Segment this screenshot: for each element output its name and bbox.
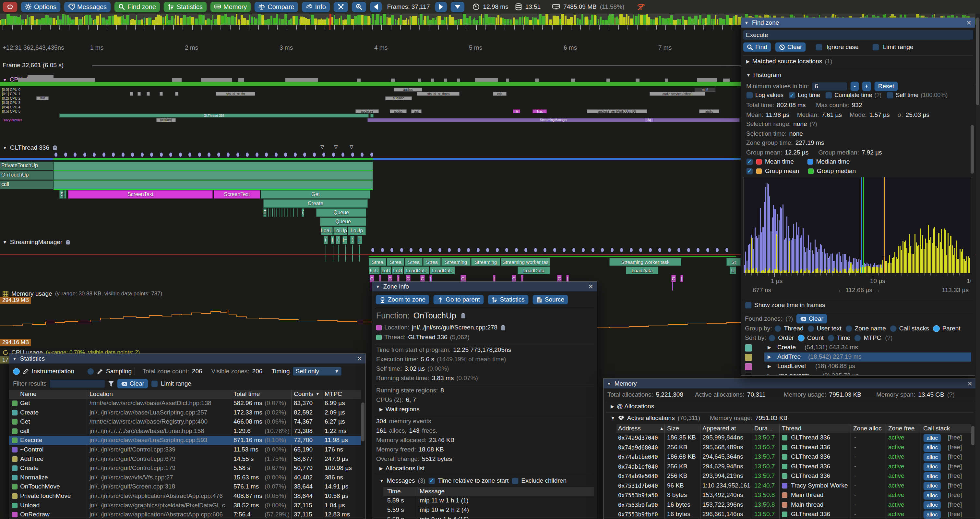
statistics-scrollbar[interactable] (361, 402, 364, 441)
table-row[interactable]: 0x74a9d37040186.35 KB295,999,844ns13:50.… (616, 433, 971, 443)
find-button[interactable]: Find (743, 42, 771, 52)
zone-bar[interactable] (297, 208, 298, 217)
expand-icon[interactable]: ▶ (379, 407, 383, 412)
zone-bar[interactable]: E (263, 208, 267, 217)
expand-icon[interactable]: ▶ (768, 373, 771, 375)
help-hint[interactable]: (?) (810, 120, 817, 128)
zone-bar[interactable]: LoUp (348, 227, 366, 235)
cpu-zone[interactable]: Ti (513, 109, 520, 113)
zone-bar[interactable] (293, 208, 294, 217)
self-time-checkbox[interactable] (887, 92, 893, 99)
main-scrollbar[interactable] (975, 14, 980, 519)
memory-plot-header[interactable]: Memory usage(y-range: 30.88 KB, visible … (3, 290, 162, 297)
zone-bar[interactable]: LoiUp (333, 227, 347, 235)
mean-time-checkbox[interactable]: ✓ (746, 158, 753, 165)
zone-info-titlebar[interactable]: ▼ Zone info ✕ (372, 282, 597, 292)
zone-bar[interactable] (279, 208, 280, 217)
increment-button[interactable]: + (862, 81, 871, 91)
cpu-zone[interactable]: audio.service (effect) (649, 92, 705, 96)
cpu-zone[interactable]: cds_ol_rx_thr (216, 92, 255, 96)
alloc-callstack-button[interactable]: alloc (923, 510, 941, 519)
collapse-icon[interactable]: ▼ (611, 415, 615, 421)
min-bin-input[interactable]: 6 (812, 82, 847, 91)
zone-bar[interactable]: | (521, 275, 523, 282)
zone-bar[interactable]: Streaming (441, 258, 471, 266)
message-row[interactable]: 5.59 smip 11 w 1 h 1 (1) (383, 496, 594, 505)
messages-label[interactable]: Messages (387, 477, 415, 484)
cpu-zone[interactable]: audio (699, 109, 719, 113)
memory-titlebar[interactable]: ▼ Memory ✕ (603, 379, 976, 389)
cpu-zone[interactable]: aut (36, 96, 49, 100)
frame-dropdown-button[interactable] (450, 2, 465, 12)
zone-bar[interactable]: C (406, 275, 410, 282)
message-row[interactable]: 5.59 smip 10 w 2 h 2 (4) (383, 506, 594, 515)
log-values-checkbox[interactable] (746, 92, 753, 99)
zone-bar[interactable]: ScreenText (214, 190, 260, 199)
clear-button[interactable]: Clear (775, 42, 806, 52)
cpu-zone[interactable]: audiose (385, 96, 412, 100)
instrumentation-radio[interactable] (13, 368, 20, 375)
expand-icon[interactable]: ▶ (611, 404, 614, 409)
zone-bar[interactable]: Queue (316, 208, 366, 217)
memory-plot-graph[interactable] (0, 298, 741, 339)
table-row[interactable]: OnTouchMovejni/../jni/src/guif/Screen.cp… (9, 482, 361, 492)
clipboard-icon[interactable] (500, 324, 506, 331)
zone-bar[interactable]: LoU (380, 267, 391, 274)
sort-by-radio-mtpc[interactable] (854, 335, 861, 342)
zone-bar[interactable] (287, 208, 288, 217)
cpu-zone[interactable]: cds (493, 92, 506, 96)
expand-icon[interactable]: ▶ (768, 354, 771, 359)
table-row[interactable]: calljni/../jni/../../../src/claw/base/Lu… (9, 427, 361, 436)
zone-bar[interactable]: | (493, 275, 495, 282)
cpu-zone[interactable] (146, 92, 150, 96)
toolbar-button-options[interactable]: Options (21, 2, 60, 12)
group-by-radio-parent[interactable] (933, 325, 940, 332)
zone-bar[interactable]: Strea (387, 258, 404, 266)
active-allocations-section[interactable]: Active allocations (627, 415, 675, 422)
zone-bar[interactable]: Ci (460, 275, 466, 282)
zone-bar[interactable] (272, 208, 273, 217)
table-row[interactable]: 0x74ab1ef040256 KB294,629,948ns13:50.7GL… (616, 462, 971, 472)
memory-scrollbar[interactable] (971, 426, 975, 446)
alloc-callstack-button[interactable]: alloc (923, 472, 941, 481)
zone-bar[interactable]: C (388, 275, 392, 282)
zone-free[interactable]: active (888, 482, 904, 489)
zone-bar[interactable]: Streaming worker task (609, 258, 681, 266)
message-row[interactable]: 5.59 smip 9 w 4 h 4 (16) (383, 515, 594, 519)
statistics-titlebar[interactable]: ▼ Statistics ✕ (9, 354, 366, 364)
zone-bar[interactable] (276, 208, 277, 217)
help-hint[interactable]: (?) (885, 334, 892, 342)
zone-bar[interactable]: Queue (320, 217, 366, 226)
zone-free[interactable]: active (888, 444, 904, 451)
zone-bar[interactable]: !S (59, 190, 64, 199)
table-row[interactable]: ~Controljni/../jni/src/guif/Control.cpp:… (9, 446, 361, 454)
clear-found-button[interactable]: Clear (796, 314, 827, 324)
zone-bar[interactable] (274, 208, 275, 217)
zone-bar[interactable]: Get (261, 190, 370, 199)
group-by-radio-thread[interactable] (775, 325, 781, 332)
cpu-zone[interactable] (137, 92, 141, 96)
zone-bar[interactable]: Streaming (471, 258, 500, 266)
zone-free[interactable]: active (888, 501, 904, 508)
zone-bar[interactable] (291, 208, 291, 217)
zone-bar[interactable]: LoadDaU (430, 267, 455, 274)
zone-bar[interactable]: ScreenText (68, 190, 213, 199)
table-row[interactable]: Normalizejni/../jni/src/claw/vfs/Vfs.cpp… (9, 473, 361, 482)
table-row[interactable]: Createjni/../jni/src/guif/Control.cpp:17… (9, 464, 361, 473)
zone-bar[interactable] (284, 208, 285, 217)
table-row[interactable]: AddTreejni/../jni/src/guif/Control.cpp:6… (9, 455, 361, 464)
cpu-zone[interactable] (159, 92, 163, 96)
alloc-callstack-button[interactable]: alloc (923, 463, 941, 471)
collapse-icon[interactable]: ▼ (746, 72, 751, 78)
table-row[interactable]: Executejni/../jni/src/claw/base/LuaScrip… (9, 436, 361, 445)
collapse-icon[interactable]: ▼ (12, 356, 17, 361)
table-row[interactable]: 0x7531d7b04096 KB1:10 234,952,16112:40.7… (616, 481, 971, 491)
cpu-zone[interactable]: audios (394, 88, 422, 91)
zone-bar[interactable]: | (680, 275, 683, 282)
close-icon[interactable]: ✕ (357, 355, 362, 363)
alloc-callstack-button[interactable]: alloc (923, 501, 941, 509)
next-frame-button[interactable] (435, 2, 447, 12)
found-zone-group[interactable]: ▶Create(54,131) 643.34 ms (741, 343, 971, 352)
cpu-zone[interactable] (175, 92, 178, 96)
open-zone-bar[interactable] (54, 180, 373, 189)
